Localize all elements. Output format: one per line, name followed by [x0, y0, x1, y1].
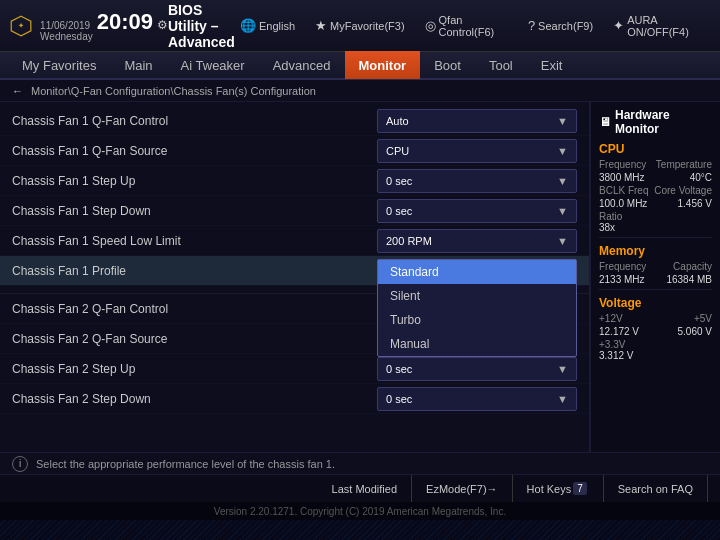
settings-gear-icon[interactable]: ⚙ [157, 18, 168, 32]
top-bar: ✦ 11/06/2019 Wednesday 20:09 ⚙ UEFI BIOS… [0, 0, 720, 52]
dropdown-fan2-stepdown[interactable]: 0 sec ▼ [377, 387, 577, 411]
datetime-block: 11/06/2019 Wednesday 20:09 ⚙ [40, 9, 168, 42]
profile-option-manual[interactable]: Manual [378, 332, 576, 356]
hw-memory-section: Memory [599, 244, 712, 258]
dropdown-arrow-icon: ▼ [557, 175, 568, 187]
hw-mem-labels-row: Frequency Capacity [599, 261, 712, 272]
hw-ratio-label: Ratio [599, 211, 712, 222]
arrow-right-icon: → [487, 483, 498, 495]
footer: Version 2.20.1271. Copyright (C) 2019 Am… [0, 502, 720, 520]
profile-option-turbo[interactable]: Turbo [378, 308, 576, 332]
aura-label: AURA ON/OFF(F4) [627, 14, 707, 38]
qfan-label: Qfan Control(F6) [439, 14, 508, 38]
label-fan2-control: Chassis Fan 2 Q-Fan Control [12, 302, 377, 316]
aura-icon: ✦ [613, 18, 624, 33]
hw-ratio-value: 38x [599, 222, 712, 233]
label-speed-limit: Chassis Fan 1 Speed Low Limit [12, 234, 377, 248]
dropdown-step-up[interactable]: 0 sec ▼ [377, 169, 577, 193]
back-button[interactable]: ← [12, 85, 23, 97]
qfan-button[interactable]: ◎ Qfan Control(F6) [420, 12, 513, 40]
nav-main[interactable]: Main [110, 51, 166, 79]
hw-cpu-freq-row: Frequency Temperature [599, 159, 712, 170]
hw-freq-label: Frequency [599, 159, 646, 170]
nav-myfavorites[interactable]: My Favorites [8, 51, 110, 79]
control-step-down: 0 sec ▼ [377, 199, 577, 223]
hw-cpu-section: CPU [599, 142, 712, 156]
day-text: Wednesday [40, 31, 93, 42]
hw-temp-label: Temperature [656, 159, 712, 170]
search-button[interactable]: ? Search(F9) [523, 16, 598, 35]
hw-bclk-val-row: 100.0 MHz 1.456 V [599, 198, 712, 209]
footer-text: Version 2.20.1271. Copyright (C) 2019 Am… [214, 506, 506, 517]
dropdown-qfan-value: Auto [386, 115, 409, 127]
dropdown-arrow-icon: ▼ [557, 235, 568, 247]
nav-aitweaker[interactable]: Ai Tweaker [167, 51, 259, 79]
nav-advanced[interactable]: Advanced [259, 51, 345, 79]
breadcrumb: Monitor\Q-Fan Configuration\Chassis Fan(… [31, 85, 316, 97]
hw-bclk-label: BCLK Freq [599, 185, 648, 196]
nav-boot[interactable]: Boot [420, 51, 475, 79]
hw-divider-2 [599, 289, 712, 290]
date-text: 11/06/2019 [40, 20, 93, 31]
hw-voltage-section: Voltage [599, 296, 712, 310]
last-modified-button[interactable]: Last Modified [318, 475, 412, 503]
status-text: Select the appropriate performance level… [36, 458, 335, 470]
ezmode-label: EzMode(F7) [426, 483, 487, 495]
setting-row-fan2-stepdown: Chassis Fan 2 Step Down 0 sec ▼ [0, 384, 589, 414]
star-icon: ★ [315, 18, 327, 33]
search-faq-button[interactable]: Search on FAQ [604, 475, 708, 503]
dropdown-qfan-control[interactable]: Auto ▼ [377, 109, 577, 133]
setting-row-qfan-source: Chassis Fan 1 Q-Fan Source CPU ▼ [0, 136, 589, 166]
dropdown-fan2-stepup[interactable]: 0 sec ▼ [377, 357, 577, 381]
setting-row-qfan-control: Chassis Fan 1 Q-Fan Control Auto ▼ [0, 106, 589, 136]
nav-tool[interactable]: Tool [475, 51, 527, 79]
nav-exit[interactable]: Exit [527, 51, 577, 79]
profile-dropdown-list: Standard Silent Turbo Manual [377, 259, 577, 357]
dropdown-qfan-source[interactable]: CPU ▼ [377, 139, 577, 163]
label-fan2-source: Chassis Fan 2 Q-Fan Source [12, 332, 377, 346]
hw-mem-freq-label: Frequency [599, 261, 646, 272]
hw-v12-val-row: 12.172 V 5.060 V [599, 326, 712, 337]
control-qfan-source: CPU ▼ [377, 139, 577, 163]
bottom-bar: Last Modified EzMode(F7) → Hot Keys 7 Se… [0, 474, 720, 502]
dropdown-arrow-icon: ▼ [557, 205, 568, 217]
dropdown-arrow-icon: ▼ [557, 145, 568, 157]
hw-v12-row: +12V +5V [599, 313, 712, 324]
monitor-icon: 🖥 [599, 115, 611, 129]
dropdown-fan2-stepup-value: 0 sec [386, 363, 412, 375]
dropdown-source-value: CPU [386, 145, 409, 157]
dropdown-speed-limit[interactable]: 200 RPM ▼ [377, 229, 577, 253]
myfavorites-button[interactable]: ★ MyFavorite(F3) [310, 16, 410, 35]
nav-bar: My Favorites Main Ai Tweaker Advanced Mo… [0, 52, 720, 80]
hw-core-value: 1.456 V [678, 198, 712, 209]
hw-mem-cap-label: Capacity [673, 261, 712, 272]
profile-option-silent[interactable]: Silent [378, 284, 576, 308]
control-speed-limit: 200 RPM ▼ [377, 229, 577, 253]
hotkeys-button[interactable]: Hot Keys 7 [513, 475, 604, 503]
control-fan2-stepup: 0 sec ▼ [377, 357, 577, 381]
setting-row-fan2-stepup: Chassis Fan 2 Step Up 0 sec ▼ [0, 354, 589, 384]
hw-bclk-row: BCLK Freq Core Voltage [599, 185, 712, 196]
label-qfan-source: Chassis Fan 1 Q-Fan Source [12, 144, 377, 158]
dropdown-step-up-value: 0 sec [386, 175, 412, 187]
profile-option-standard[interactable]: Standard [378, 260, 576, 284]
hw-v5-value: 5.060 V [678, 326, 712, 337]
ezmode-button[interactable]: EzMode(F7) → [412, 475, 513, 503]
language-button[interactable]: 🌐 English [235, 16, 300, 35]
fan-icon: ◎ [425, 18, 436, 33]
hw-monitor-title: 🖥 Hardware Monitor [599, 108, 712, 136]
status-bar: i Select the appropriate performance lev… [0, 452, 720, 474]
label-step-down: Chassis Fan 1 Step Down [12, 204, 377, 218]
nav-monitor[interactable]: Monitor [345, 51, 421, 79]
info-icon: i [12, 456, 28, 472]
dropdown-step-down[interactable]: 0 sec ▼ [377, 199, 577, 223]
aura-button[interactable]: ✦ AURA ON/OFF(F4) [608, 12, 712, 40]
hardware-monitor-panel: 🖥 Hardware Monitor CPU Frequency Tempera… [590, 102, 720, 452]
hw-v12-label: +12V [599, 313, 623, 324]
hw-cpu-temp-value: 40°C [690, 172, 712, 183]
dropdown-arrow-icon: ▼ [557, 393, 568, 405]
hw-bclk-value: 100.0 MHz [599, 198, 647, 209]
search-label: Search(F9) [538, 20, 593, 32]
hw-core-label: Core Voltage [654, 185, 712, 196]
asus-logo-icon: ✦ [8, 12, 34, 40]
